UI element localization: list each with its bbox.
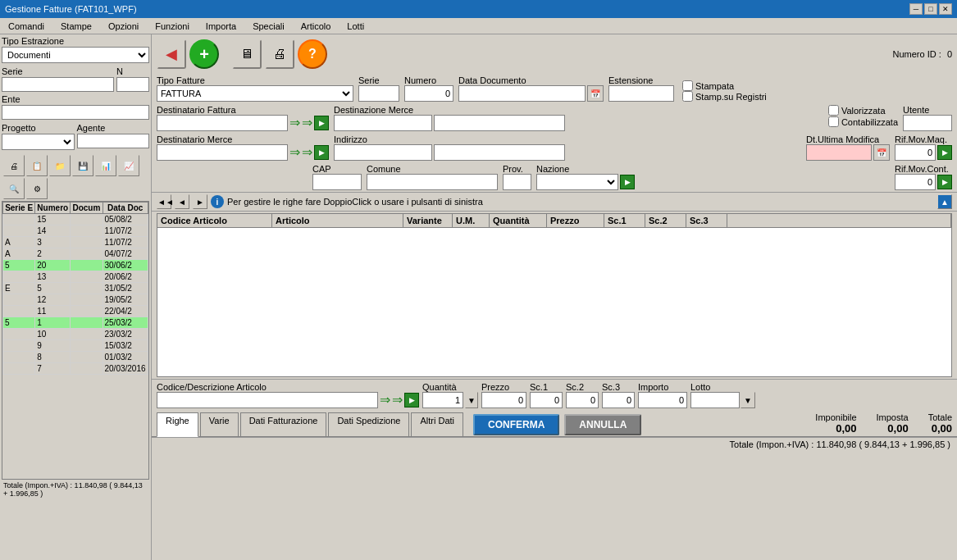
rif-mov-maq-green-btn[interactable]: ▶: [937, 145, 952, 160]
left-tb-btn-4[interactable]: 💾: [72, 155, 93, 176]
dest-merce-left-arrow2[interactable]: ⇒: [302, 146, 312, 159]
list-item[interactable]: 1023/03/2: [3, 329, 148, 340]
dest-fattura-arrow2-btn[interactable]: ⇒: [302, 116, 312, 130]
left-tb-btn-8[interactable]: ⚙: [26, 178, 48, 199]
indirizzo-input1[interactable]: [334, 144, 432, 161]
menu-importa[interactable]: Importa: [201, 20, 241, 32]
list-item[interactable]: 1320/06/2: [3, 271, 148, 283]
nav-left-btn-2[interactable]: ◄: [175, 194, 189, 209]
table-body[interactable]: [157, 228, 951, 367]
n-input[interactable]: [116, 77, 149, 92]
dest-merce-left-green-btn[interactable]: ▶: [314, 145, 329, 160]
prov-input[interactable]: [503, 174, 531, 190]
print-button[interactable]: 🖨: [265, 39, 294, 69]
numero-input[interactable]: [404, 85, 453, 102]
estensione-input[interactable]: [608, 85, 674, 102]
utente-input[interactable]: [903, 115, 952, 131]
tab-righe[interactable]: Righe: [157, 412, 198, 437]
cap-input[interactable]: 00000: [312, 174, 362, 190]
nav-left-btn-1[interactable]: ◄◄: [157, 194, 171, 209]
minimize-button[interactable]: ─: [909, 3, 923, 15]
conferma-button[interactable]: CONFERMA: [473, 414, 559, 435]
list-item[interactable]: 1219/05/2: [3, 294, 148, 306]
codice-arrow1[interactable]: ⇒: [380, 394, 390, 407]
serie-right-input[interactable]: [358, 85, 399, 102]
menu-opzioni[interactable]: Opzioni: [103, 20, 144, 32]
tipo-fatture-select[interactable]: FATTURA NOTA CREDITO: [157, 85, 353, 102]
dest-merce-input1[interactable]: [334, 115, 432, 131]
tab-altri-dati[interactable]: Altri Dati: [411, 412, 463, 436]
back-button[interactable]: ◀: [157, 39, 186, 69]
ente-input[interactable]: [2, 105, 149, 120]
codice-arrow2[interactable]: ⇒: [392, 394, 403, 407]
entry-quantita-input[interactable]: [422, 392, 463, 408]
left-tb-btn-3[interactable]: 📁: [49, 155, 71, 176]
nazione-select[interactable]: [536, 174, 618, 190]
dest-fattura-input[interactable]: [157, 115, 288, 131]
contabilizzata-checkbox[interactable]: [828, 116, 839, 127]
dest-merce-input2[interactable]: [434, 115, 565, 131]
tipo-estrazione-select[interactable]: Documenti: [2, 47, 149, 63]
comune-input[interactable]: [367, 174, 498, 190]
list-item[interactable]: 1122/04/2: [3, 306, 148, 317]
list-item[interactable]: 1411/07/2: [3, 225, 148, 237]
list-item[interactable]: 5125/03/2: [3, 317, 148, 329]
annulla-button[interactable]: ANNULLA: [564, 414, 641, 435]
left-tb-btn-7[interactable]: 🔍: [3, 178, 25, 199]
nav-right-btn[interactable]: ►: [193, 194, 207, 209]
menu-funzioni[interactable]: Funzioni: [150, 20, 194, 32]
tab-dati-spedizione[interactable]: Dati Spedizione: [328, 412, 409, 436]
serie-input[interactable]: [2, 77, 114, 92]
dest-merce-left-input[interactable]: [157, 144, 288, 161]
maximize-button[interactable]: □: [924, 3, 937, 15]
dt-ultima-mod-cal-btn[interactable]: 📅: [873, 144, 890, 161]
screen-button[interactable]: 🖥: [232, 39, 262, 69]
expand-btn[interactable]: ▲: [937, 194, 952, 209]
data-documento-cal-btn[interactable]: 📅: [587, 85, 604, 102]
progetto-select[interactable]: [2, 134, 75, 150]
stampata-checkbox[interactable]: [682, 80, 693, 91]
menu-articolo[interactable]: Articolo: [296, 20, 336, 32]
entry-lotto-btn[interactable]: ▼: [741, 392, 755, 408]
stamp-su-registri-checkbox[interactable]: [682, 91, 693, 102]
entry-sc2-input[interactable]: [566, 392, 599, 408]
menu-comandi[interactable]: Comandi: [3, 20, 49, 32]
valorizzata-checkbox[interactable]: [828, 105, 839, 116]
list-item[interactable]: 915/03/2: [3, 340, 148, 352]
left-tb-btn-5[interactable]: 📊: [95, 155, 116, 176]
menu-stampe[interactable]: Stampe: [56, 20, 97, 32]
list-item[interactable]: A311/07/2: [3, 237, 148, 248]
entry-lotto-input[interactable]: [690, 392, 740, 408]
left-tb-btn-6[interactable]: 📈: [118, 155, 139, 176]
codice-desc-input[interactable]: [157, 392, 378, 408]
agente-input[interactable]: [77, 134, 150, 148]
rif-mov-maq-input[interactable]: [895, 144, 936, 161]
tab-varie[interactable]: Varie: [200, 412, 239, 436]
list-item[interactable]: 720/03/2016: [3, 363, 148, 375]
dest-fattura-arrow-btn[interactable]: ⇒: [289, 116, 300, 130]
entry-quantita-btn[interactable]: ▼: [465, 392, 478, 408]
list-item[interactable]: 801/03/2: [3, 352, 148, 363]
tab-dati-fatturazione[interactable]: Dati Fatturazione: [240, 412, 327, 436]
menu-speciali[interactable]: Speciali: [248, 20, 289, 32]
entry-sc3-input[interactable]: [602, 392, 635, 408]
dest-fattura-green-btn[interactable]: ▶: [314, 116, 329, 130]
indirizzo-input2[interactable]: [434, 144, 565, 161]
rif-mov-cont-green-btn[interactable]: ▶: [937, 175, 952, 189]
data-documento-input[interactable]: mercoledi 31 agosto 2016: [458, 85, 586, 102]
dt-ultima-mod-input[interactable]: 31/08/2016: [806, 144, 872, 161]
list-item[interactable]: 1505/08/2: [3, 214, 148, 225]
left-tb-btn-2[interactable]: 📋: [26, 155, 48, 176]
nazione-green-btn[interactable]: ▶: [620, 175, 635, 189]
list-item[interactable]: A204/07/2: [3, 248, 148, 260]
entry-importo-input[interactable]: [638, 392, 687, 408]
codice-green-btn[interactable]: ▶: [404, 393, 419, 407]
rif-mov-cont-input[interactable]: [895, 174, 936, 190]
help-button[interactable]: ?: [298, 39, 327, 69]
entry-sc1-input[interactable]: [530, 392, 563, 408]
dest-merce-left-arrow1[interactable]: ⇒: [289, 146, 300, 159]
entry-prezzo-input[interactable]: [481, 392, 526, 408]
list-item[interactable]: 52030/06/2: [3, 260, 148, 271]
list-item[interactable]: E531/05/2: [3, 283, 148, 294]
list-container[interactable]: Serie E Numero Docum Data Doc 1505/08/21…: [2, 201, 149, 480]
